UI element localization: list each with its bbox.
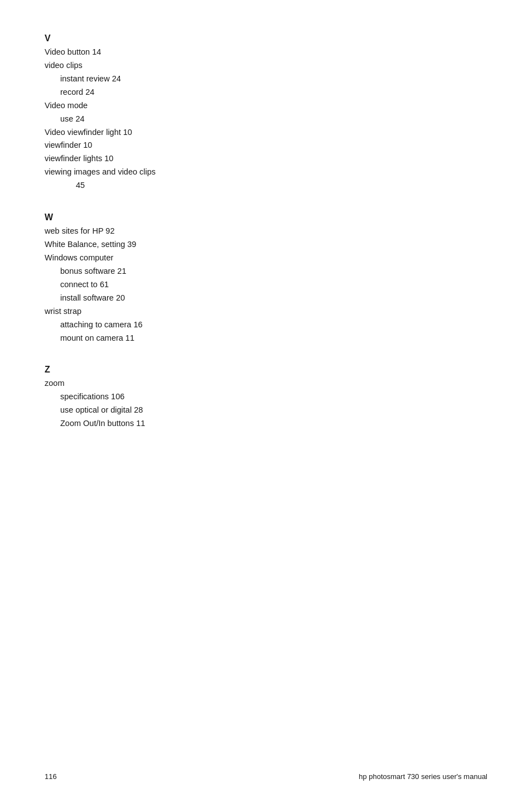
index-entry: Video viewfinder light 10 bbox=[45, 126, 487, 139]
index-entry: record 24 bbox=[60, 86, 487, 99]
index-entry: specifications 106 bbox=[60, 390, 487, 404]
index-entry: connect to 61 bbox=[60, 278, 487, 292]
index-entry: Video mode bbox=[45, 99, 487, 113]
index-entry: attaching to camera 16 bbox=[60, 318, 487, 332]
index-entry: zoom bbox=[45, 377, 487, 390]
index-entry: White Balance, setting 39 bbox=[45, 238, 487, 251]
index-section-w: Wweb sites for HP 92White Balance, setti… bbox=[45, 212, 487, 345]
section-letter: W bbox=[45, 212, 487, 222]
index-entry: video clips bbox=[45, 59, 487, 72]
index-entry: Windows computer bbox=[45, 251, 487, 265]
index-entry: viewfinder lights 10 bbox=[45, 152, 487, 166]
index-entry: install software 20 bbox=[60, 292, 487, 305]
index-entry: Zoom Out/In buttons 11 bbox=[60, 417, 487, 430]
index-entry: use optical or digital 28 bbox=[60, 404, 487, 417]
index-entry: Video button 14 bbox=[45, 46, 487, 59]
index-entry: web sites for HP 92 bbox=[45, 225, 487, 238]
index-entry: mount on camera 11 bbox=[60, 332, 487, 345]
section-letter: Z bbox=[45, 365, 487, 375]
index-entry: bonus software 21 bbox=[60, 265, 487, 278]
page-content: VVideo button 14video clipsinstant revie… bbox=[0, 0, 532, 495]
book-title: hp photosmart 730 series user's manual bbox=[359, 772, 487, 781]
footer: 116 hp photosmart 730 series user's manu… bbox=[0, 772, 532, 781]
index-entry: viewing images and video clips bbox=[45, 166, 487, 179]
index-entry: wrist strap bbox=[45, 305, 487, 318]
index-section-v: VVideo button 14video clipsinstant revie… bbox=[45, 33, 487, 192]
index-entry: 45 bbox=[76, 179, 487, 192]
index-entry: instant review 24 bbox=[60, 72, 487, 86]
section-letter: V bbox=[45, 33, 487, 43]
index-section-z: Zzoomspecifications 106use optical or di… bbox=[45, 365, 487, 430]
index-entry: viewfinder 10 bbox=[45, 139, 487, 152]
index-entry: use 24 bbox=[60, 113, 487, 126]
page-number: 116 bbox=[45, 772, 57, 781]
